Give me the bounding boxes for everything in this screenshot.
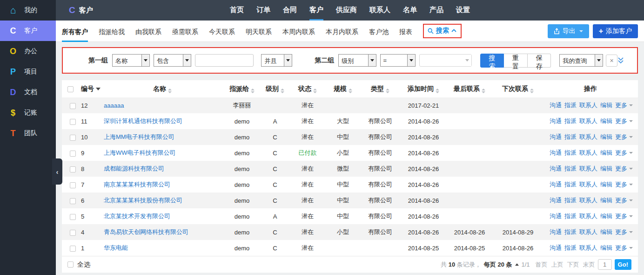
- action-指派[interactable]: 指派: [564, 228, 577, 235]
- column-header-规模[interactable]: 规模: [326, 80, 360, 97]
- filter-reset-button[interactable]: 重置: [504, 54, 528, 68]
- tab-指派给我[interactable]: 指派给我: [99, 21, 125, 42]
- customer-name-link[interactable]: 上海MM电子科技有限公司: [104, 133, 174, 140]
- action-沟通[interactable]: 沟通: [550, 181, 562, 188]
- action-更多[interactable]: 更多: [615, 117, 627, 124]
- group1-value-input[interactable]: [195, 54, 254, 67]
- row-checkbox[interactable]: [70, 182, 76, 188]
- nav-item-名单[interactable]: 名单: [403, 0, 417, 21]
- add-customer-button[interactable]: + 添加客户: [593, 24, 638, 38]
- action-联系人[interactable]: 联系人: [579, 244, 597, 251]
- action-沟通[interactable]: 沟通: [550, 149, 562, 156]
- sidebar-item-项目[interactable]: P项目: [0, 62, 56, 82]
- action-联系人[interactable]: 联系人: [579, 165, 597, 172]
- action-指派[interactable]: 指派: [564, 213, 577, 220]
- action-沟通[interactable]: 沟通: [550, 244, 562, 251]
- action-编辑[interactable]: 编辑: [600, 165, 612, 172]
- sidebar-item-办公[interactable]: O办公: [0, 41, 56, 62]
- action-联系人[interactable]: 联系人: [579, 117, 597, 124]
- go-button[interactable]: Go!: [615, 259, 631, 270]
- expand-more-toggle[interactable]: [617, 57, 624, 64]
- sidebar-item-团队[interactable]: T团队: [0, 123, 56, 144]
- customer-name-link[interactable]: 成都能源科技有限公司: [104, 165, 164, 172]
- pager-link-下页[interactable]: 下页: [567, 261, 579, 269]
- customer-name-link[interactable]: aaaaaa: [104, 102, 124, 109]
- customer-name-link[interactable]: 华东电能: [104, 244, 128, 251]
- export-button[interactable]: 导出: [548, 24, 589, 38]
- pager-link-首页[interactable]: 首页: [536, 261, 548, 269]
- row-checkbox[interactable]: [70, 214, 76, 220]
- action-联系人[interactable]: 联系人: [579, 228, 597, 235]
- per-page-control[interactable]: 每页 20 条: [484, 261, 512, 269]
- row-checkbox[interactable]: [70, 166, 76, 172]
- tab-报表[interactable]: 报表: [399, 21, 412, 42]
- action-沟通[interactable]: 沟通: [550, 133, 562, 140]
- action-更多[interactable]: 更多: [615, 213, 627, 220]
- nav-item-合同[interactable]: 合同: [283, 0, 297, 21]
- action-更多[interactable]: 更多: [615, 102, 627, 109]
- filter-close-button[interactable]: ×: [606, 55, 617, 67]
- sidebar-item-文档[interactable]: D文档: [0, 82, 56, 103]
- action-联系人[interactable]: 联系人: [579, 197, 597, 204]
- action-指派[interactable]: 指派: [564, 133, 577, 140]
- action-联系人[interactable]: 联系人: [579, 102, 597, 109]
- action-指派[interactable]: 指派: [564, 197, 577, 204]
- customer-name-link[interactable]: 青岛易软天创网络科技有限公司: [104, 228, 188, 235]
- sidebar-item-我的[interactable]: ⌂我的: [0, 0, 56, 21]
- tab-本月内联系[interactable]: 本月内联系: [326, 21, 358, 42]
- action-编辑[interactable]: 编辑: [600, 197, 612, 204]
- group2-field-select[interactable]: 级别: [338, 54, 376, 67]
- column-header-最后联系[interactable]: 最后联系: [446, 80, 493, 97]
- sidebar-item-记账[interactable]: $记账: [0, 103, 56, 123]
- row-checkbox[interactable]: [70, 230, 76, 236]
- action-编辑[interactable]: 编辑: [600, 149, 612, 156]
- action-更多[interactable]: 更多: [615, 181, 627, 188]
- pager-link-末页[interactable]: 末页: [583, 261, 595, 269]
- action-沟通[interactable]: 沟通: [550, 165, 562, 172]
- row-checkbox[interactable]: [70, 119, 76, 125]
- nav-item-首页[interactable]: 首页: [230, 0, 244, 21]
- row-checkbox[interactable]: [70, 103, 76, 109]
- column-header-添加时间[interactable]: 添加时间: [401, 80, 446, 97]
- row-checkbox[interactable]: [70, 135, 76, 141]
- customer-name-link[interactable]: 北京某技术开发有限公司: [104, 213, 170, 220]
- action-编辑[interactable]: 编辑: [600, 181, 612, 188]
- action-联系人[interactable]: 联系人: [579, 213, 597, 220]
- action-指派[interactable]: 指派: [564, 181, 577, 188]
- action-更多[interactable]: 更多: [615, 244, 627, 251]
- action-指派[interactable]: 指派: [564, 165, 577, 172]
- customer-name-link[interactable]: 南京某某某科技有限公司: [104, 181, 170, 188]
- nav-item-供应商[interactable]: 供应商: [336, 0, 357, 21]
- action-指派[interactable]: 指派: [564, 117, 577, 124]
- search-toggle[interactable]: 搜索: [423, 24, 462, 38]
- column-header-下次联系[interactable]: 下次联系: [493, 80, 543, 97]
- tab-亟需联系[interactable]: 亟需联系: [172, 21, 198, 42]
- row-checkbox[interactable]: [70, 198, 76, 204]
- conjunction-select[interactable]: 并且: [261, 54, 292, 67]
- action-沟通[interactable]: 沟通: [550, 102, 562, 109]
- column-header-编号[interactable]: 编号: [78, 80, 102, 97]
- nav-item-设置[interactable]: 设置: [456, 0, 470, 21]
- action-更多[interactable]: 更多: [615, 197, 627, 204]
- row-checkbox[interactable]: [70, 246, 76, 252]
- tab-所有客户[interactable]: 所有客户: [62, 21, 88, 42]
- action-编辑[interactable]: 编辑: [600, 102, 612, 109]
- tab-客户池[interactable]: 客户池: [369, 21, 389, 42]
- action-编辑[interactable]: 编辑: [600, 213, 612, 220]
- action-更多[interactable]: 更多: [615, 133, 627, 140]
- group2-value-select[interactable]: [419, 54, 472, 67]
- tab-本周内联系[interactable]: 本周内联系: [282, 21, 315, 42]
- tab-明天联系[interactable]: 明天联系: [246, 21, 272, 42]
- customer-name-link[interactable]: 北京某某某科技股份有限公司: [104, 197, 182, 204]
- column-header-名称[interactable]: 名称: [102, 80, 223, 97]
- action-联系人[interactable]: 联系人: [579, 133, 597, 140]
- tab-由我联系[interactable]: 由我联系: [135, 21, 161, 42]
- sidebar-item-客户[interactable]: C客户: [0, 21, 56, 41]
- nav-item-联系人[interactable]: 联系人: [369, 0, 390, 21]
- nav-item-客户[interactable]: 客户: [309, 0, 323, 21]
- action-更多[interactable]: 更多: [615, 149, 627, 156]
- group2-operator-select[interactable]: =: [380, 54, 416, 67]
- page-number-input[interactable]: [598, 259, 612, 270]
- pager-link-上页[interactable]: 上页: [551, 261, 564, 269]
- group1-operator-select[interactable]: 包含: [154, 54, 191, 67]
